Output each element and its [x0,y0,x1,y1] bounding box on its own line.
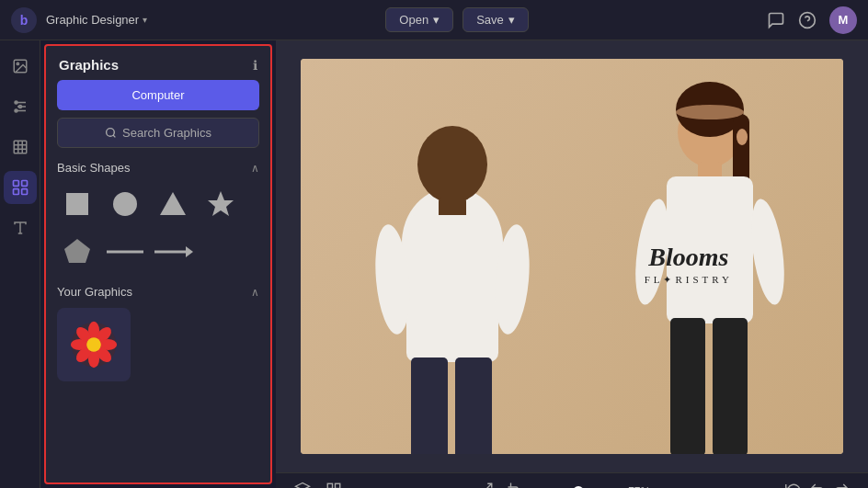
your-graphics-label: Your Graphics [57,285,132,299]
undo-icon[interactable] [809,482,826,489]
svg-rect-56 [670,318,705,454]
layers-icon[interactable] [294,482,311,489]
expand-icon[interactable] [477,482,494,489]
bottom-bar: − + 77% [276,472,868,488]
help-icon-button[interactable] [798,11,817,29]
shape-circle[interactable] [105,184,145,224]
chat-icon-button[interactable] [767,11,785,29]
bottom-right-controls [785,482,850,489]
sidebar-item-text[interactable] [4,211,37,244]
canvas-container[interactable]: Blooms FL✦RISTRY [276,40,868,472]
shape-square[interactable] [57,184,97,224]
sidebar-item-adjustments[interactable] [4,90,37,123]
icon-sidebar [0,40,40,488]
topbar-right: M [767,6,857,34]
main-area: Graphics ℹ Computer Search Graphics Basi… [0,40,868,488]
svg-point-59 [737,129,748,145]
graphic-item-flower[interactable] [57,308,131,381]
save-chevron-icon: ▾ [508,13,515,27]
canvas-area: Blooms FL✦RISTRY [276,40,868,488]
zoom-control: − + 77% [536,484,650,489]
svg-marker-25 [160,192,186,215]
crop-icon[interactable] [507,482,523,489]
basic-shapes-label: Basic Shapes [57,161,131,175]
svg-rect-10 [14,141,27,153]
sidebar-item-table[interactable] [4,131,37,164]
search-graphics-button[interactable]: Search Graphics [57,118,259,148]
svg-rect-18 [21,189,27,195]
topbar: b Graphic Designer ▾ Open ▾ Save ▾ [0,0,868,40]
redo-icon[interactable] [833,482,850,489]
brand-name: Blooms [645,244,733,272]
panel-body: Computer Search Graphics Basic Shapes ∧ [46,80,270,482]
shape-arrow[interactable] [153,232,193,272]
sidebar-item-image[interactable] [4,50,37,83]
svg-point-40 [86,337,101,352]
brand-sub: FL✦RISTRY [645,274,733,286]
svg-marker-27 [64,239,90,263]
open-chevron-icon: ▾ [433,13,440,27]
graphics-panel: Graphics ℹ Computer Search Graphics Basi… [44,44,272,484]
bottom-center-controls: − + 77% [477,482,650,489]
zoom-label: 77% [628,485,650,489]
svg-point-21 [107,129,115,137]
svg-line-22 [113,135,115,137]
svg-rect-16 [21,181,27,187]
flower-graphic [70,321,118,369]
panel-info-icon[interactable]: ℹ [253,58,257,73]
app-title-dropdown[interactable]: Graphic Designer ▾ [46,13,147,27]
svg-rect-61 [327,483,332,488]
canvas-background: Blooms FL✦RISTRY [301,59,843,454]
sidebar-item-graphics[interactable] [4,171,37,204]
svg-point-24 [113,192,137,216]
svg-point-58 [676,105,744,119]
bottom-left-controls [294,482,342,489]
your-graphics-chevron-icon: ∧ [251,286,259,299]
shapes-grid [57,184,259,272]
canvas-image: Blooms FL✦RISTRY [301,59,843,454]
app-logo[interactable]: b [11,7,37,33]
svg-point-42 [417,126,487,203]
open-button[interactable]: Open ▾ [385,7,453,32]
your-graphics-section-header[interactable]: Your Graphics ∧ [57,285,259,299]
svg-marker-60 [296,482,310,488]
svg-rect-23 [66,193,88,215]
person-left-svg [356,77,549,454]
history-icon[interactable] [785,482,802,489]
app-title-label: Graphic Designer [46,13,139,27]
user-avatar[interactable]: M [829,6,857,34]
basic-shapes-section-header[interactable]: Basic Shapes ∧ [57,161,259,175]
zoom-out-icon[interactable]: − [536,484,543,489]
svg-rect-48 [455,357,492,454]
svg-marker-26 [208,191,234,216]
svg-rect-62 [336,483,340,488]
shape-line[interactable] [105,232,145,272]
zoom-in-icon[interactable]: + [613,484,621,489]
svg-rect-57 [713,318,748,454]
save-button[interactable]: Save ▾ [463,7,529,32]
panel-header: Graphics ℹ [46,46,270,80]
topbar-center: Open ▾ Save ▾ [147,7,767,32]
shape-star[interactable] [200,184,241,224]
shape-triangle[interactable] [153,184,193,224]
logo-text: b [20,13,29,28]
svg-rect-15 [13,181,18,187]
svg-rect-17 [13,189,18,195]
grid-icon[interactable] [326,482,342,489]
graphics-grid [57,308,259,381]
panel-title: Graphics [59,57,119,73]
brand-overlay: Blooms FL✦RISTRY [645,244,733,286]
svg-line-65 [486,483,491,488]
svg-rect-47 [411,357,448,454]
svg-rect-44 [406,215,498,362]
basic-shapes-chevron-icon: ∧ [251,162,259,175]
search-icon [105,127,117,139]
computer-button[interactable]: Computer [57,80,259,110]
svg-marker-30 [186,246,193,257]
svg-point-3 [17,62,18,64]
shape-pentagon[interactable] [57,232,97,272]
